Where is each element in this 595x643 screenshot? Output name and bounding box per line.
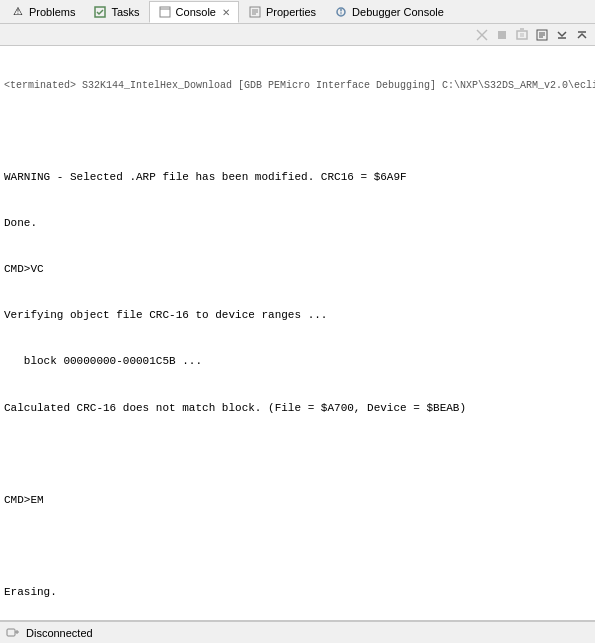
status-bar: Disconnected [0,621,595,643]
tab-problems[interactable]: ⚠ Problems [2,1,84,23]
tab-properties[interactable]: Properties [239,1,325,23]
console-toolbar [0,24,595,46]
terminate-button[interactable] [493,26,511,44]
tab-console[interactable]: Console ✕ [149,1,239,23]
problems-icon: ⚠ [11,5,25,19]
tab-bar: ⚠ Problems Tasks Console ✕ Properties De… [0,0,595,24]
debugger-icon [334,5,348,19]
console-close-icon[interactable]: ✕ [222,7,230,18]
properties-icon [248,5,262,19]
svg-rect-9 [341,11,342,14]
console-icon [158,5,172,19]
console-line-blank3 [4,539,591,554]
svg-rect-23 [7,629,15,636]
tab-console-label: Console [176,6,216,18]
scroll-down-button[interactable] [553,26,571,44]
tab-debugger-console-label: Debugger Console [352,6,444,18]
tab-properties-label: Properties [266,6,316,18]
console-line-warning: WARNING - Selected .ARP file has been mo… [4,170,591,185]
tasks-icon [93,5,107,19]
console-line-cmdem: CMD>EM [4,493,591,508]
console-line-verify1: Verifying object file CRC-16 to device r… [4,308,591,323]
console-line-erasing: Erasing. [4,585,591,600]
remove-terminated-button[interactable] [513,26,531,44]
scroll-lock-button[interactable] [533,26,551,44]
tab-debugger-console[interactable]: Debugger Console [325,1,453,23]
console-line-blank1 [4,124,591,139]
console-line-cmdvc1: CMD>VC [4,262,591,277]
svg-rect-12 [498,31,506,39]
console-title: <terminated> S32K144_IntelHex_Download [… [4,79,591,93]
console-line-crc-mismatch: Calculated CRC-16 does not match block. … [4,401,591,416]
console-line-blank2 [4,447,591,462]
tab-problems-label: Problems [29,6,75,18]
console-output: <terminated> S32K144_IntelHex_Download [… [0,46,595,621]
console-line-done1: Done. [4,216,591,231]
tab-tasks-label: Tasks [111,6,139,18]
tab-tasks[interactable]: Tasks [84,1,148,23]
clear-button[interactable] [473,26,491,44]
scroll-up-button[interactable] [573,26,591,44]
status-text: Disconnected [26,627,93,639]
svg-point-8 [340,9,342,11]
console-line-block1-orig: block 00000000-00001C5B ... [4,354,591,369]
svg-rect-13 [517,31,527,39]
status-icon [6,625,20,641]
